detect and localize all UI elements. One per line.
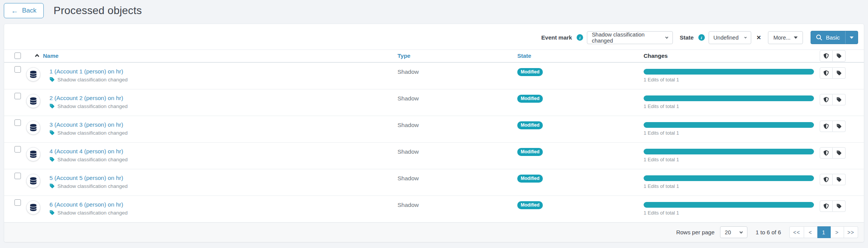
chevron-down-icon [739, 230, 743, 234]
state-badge: Modified [517, 148, 543, 156]
column-header-name-label[interactable]: Name [43, 52, 59, 59]
object-name-link[interactable]: 4 (Account 4 (person) on hr) [49, 148, 123, 155]
more-filters-button[interactable]: More... [768, 31, 803, 44]
row-checkbox[interactable] [14, 66, 21, 73]
search-mode-split-button: Basic [811, 31, 858, 44]
event-mark-line: Shadow classification changed [49, 210, 128, 216]
pagination-count-text: 1 to 6 of 6 [756, 229, 781, 235]
database-icon [30, 124, 37, 131]
name-cell: 6 (Account 6 (person) on hr) Shadow clas… [25, 196, 397, 216]
type-cell: Shadow [397, 89, 517, 102]
changes-summary-text: 1 Edits of total 1 [644, 157, 814, 162]
first-page-button[interactable]: << [789, 226, 804, 238]
back-button[interactable]: ← Back [4, 3, 44, 18]
row-checkbox[interactable] [14, 119, 21, 126]
changes-progress-bar [644, 149, 814, 154]
object-name-link[interactable]: 3 (Account 3 (person) on hr) [49, 121, 123, 128]
search-mode-dropdown-button[interactable] [845, 31, 858, 44]
shield-action-button[interactable] [820, 67, 833, 79]
state-cell: Modified [517, 116, 644, 129]
remove-filter-button[interactable]: ✕ [755, 34, 763, 41]
arrow-left-icon: ← [11, 7, 18, 14]
object-name-link[interactable]: 6 (Account 6 (person) on hr) [49, 201, 123, 208]
search-button[interactable]: Basic [811, 31, 845, 44]
tag-icon [49, 210, 55, 215]
info-icon[interactable]: i [577, 34, 583, 41]
search-icon [816, 35, 822, 40]
changes-summary-text: 1 Edits of total 1 [644, 183, 814, 189]
last-page-button[interactable]: >> [844, 226, 858, 238]
tag-column-button[interactable] [833, 50, 846, 62]
shadow-avatar [26, 67, 40, 81]
shield-action-button[interactable] [820, 174, 833, 185]
changes-cell: 1 Edits of total 1 [644, 89, 820, 109]
column-header-state[interactable]: State [517, 52, 644, 59]
tag-action-button[interactable] [833, 121, 846, 132]
select-all-checkbox[interactable] [14, 52, 21, 59]
state-select[interactable]: Undefined [709, 31, 751, 44]
object-name-link[interactable]: 1 (Account 1 (person) on hr) [49, 68, 123, 75]
row-actions [820, 143, 864, 159]
table-row: 4 (Account 4 (person) on hr) Shadow clas… [4, 143, 864, 169]
object-name-link[interactable]: 2 (Account 2 (person) on hr) [49, 95, 123, 102]
page-title: Processed objects [54, 5, 142, 17]
tag-action-button[interactable] [833, 200, 846, 212]
table-row: 3 (Account 3 (person) on hr) Shadow clas… [4, 116, 864, 143]
shadow-avatar [26, 147, 40, 161]
event-mark-line: Shadow classification changed [49, 77, 128, 83]
rows-per-page-value: 20 [725, 229, 731, 235]
tag-icon [49, 157, 55, 162]
state-badge: Modified [517, 121, 543, 129]
next-page-button[interactable]: > [831, 226, 844, 238]
shield-action-button[interactable] [820, 94, 833, 105]
tag-action-button[interactable] [833, 94, 846, 105]
tag-action-button[interactable] [833, 174, 846, 185]
row-checkbox[interactable] [14, 146, 21, 153]
object-name-link[interactable]: 5 (Account 5 (person) on hr) [49, 175, 123, 181]
shield-action-button[interactable] [820, 200, 833, 212]
progress-fill [644, 175, 814, 181]
tag-icon [49, 103, 55, 109]
shield-column-button[interactable] [820, 50, 833, 62]
changes-progress-bar [644, 175, 814, 181]
processed-objects-panel: Event mark i Shadow classification chang… [4, 24, 864, 242]
caret-down-icon [794, 37, 798, 39]
shield-action-button[interactable] [820, 147, 833, 159]
type-cell: Shadow [397, 143, 517, 155]
info-icon[interactable]: i [698, 34, 705, 41]
tag-action-button[interactable] [833, 147, 846, 159]
database-icon [30, 71, 37, 78]
shield-action-button[interactable] [820, 121, 833, 132]
shield-half-icon [823, 97, 829, 102]
shadow-avatar [26, 94, 40, 108]
changes-cell: 1 Edits of total 1 [644, 169, 820, 189]
shadow-avatar [26, 121, 40, 135]
tag-icon [836, 177, 842, 182]
column-header-name: Name [25, 52, 397, 59]
state-label: State [680, 34, 694, 41]
sort-ascending-icon[interactable] [35, 53, 40, 58]
changes-summary-text: 1 Edits of total 1 [644, 77, 814, 83]
shadow-avatar [26, 174, 40, 188]
type-cell: Shadow [397, 196, 517, 208]
progress-fill [644, 95, 814, 101]
changes-summary-text: 1 Edits of total 1 [644, 103, 814, 109]
tag-icon [836, 150, 842, 156]
event-mark-label: Event mark [541, 34, 572, 41]
column-header-type[interactable]: Type [397, 52, 517, 59]
rows-per-page-label: Rows per page [676, 229, 715, 235]
chevron-down-icon [665, 35, 669, 40]
changes-cell: 1 Edits of total 1 [644, 116, 820, 136]
tag-icon [49, 183, 55, 189]
row-checkbox[interactable] [14, 199, 21, 206]
event-mark-line: Shadow classification changed [49, 103, 128, 109]
row-checkbox[interactable] [14, 173, 21, 179]
chevron-down-icon [744, 35, 747, 40]
tag-action-button[interactable] [833, 67, 846, 79]
previous-page-button[interactable]: < [804, 226, 817, 238]
rows-per-page-select[interactable]: 20 [720, 226, 747, 238]
row-checkbox[interactable] [14, 93, 21, 99]
event-mark-select[interactable]: Shadow classification changed [587, 31, 673, 44]
current-page-button[interactable]: 1 [817, 226, 831, 238]
progress-fill [644, 202, 814, 208]
